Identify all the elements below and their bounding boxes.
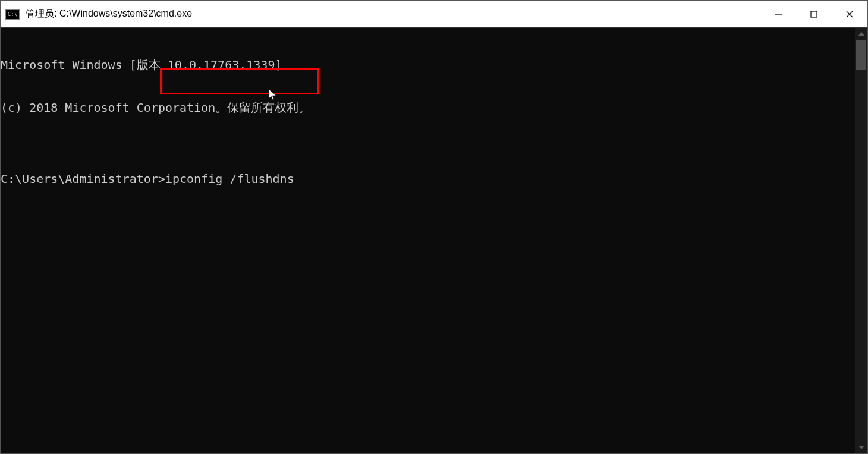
maximize-icon [810, 10, 818, 18]
scroll-down-button[interactable] [855, 442, 867, 453]
terminal-wrapper: Microsoft Windows [版本 10.0.17763.1339] (… [1, 28, 867, 453]
window-controls [760, 1, 867, 27]
window-title: 管理员: C:\Windows\system32\cmd.exe [26, 8, 760, 20]
cmd-icon-label: C:\ [8, 11, 17, 17]
terminal-prompt: C:\Users\Administrator> [1, 172, 165, 186]
minimize-icon [774, 10, 782, 18]
cmd-icon: C:\ [5, 9, 20, 20]
terminal-command[interactable]: ipconfig /flushdns [165, 172, 294, 186]
terminal-prompt-line: C:\Users\Administrator>ipconfig /flushdn… [1, 172, 855, 186]
terminal-line-copyright: (c) 2018 Microsoft Corporation。保留所有权利。 [1, 100, 855, 115]
mouse-cursor-icon [269, 89, 278, 101]
svg-rect-1 [811, 11, 817, 17]
chevron-up-icon [858, 32, 864, 36]
close-icon [845, 10, 854, 18]
terminal[interactable]: Microsoft Windows [版本 10.0.17763.1339] (… [1, 28, 855, 453]
command-highlight-annotation [160, 68, 319, 94]
titlebar[interactable]: C:\ 管理员: C:\Windows\system32\cmd.exe [1, 1, 867, 28]
maximize-button[interactable] [796, 1, 832, 27]
terminal-line-version: Microsoft Windows [版本 10.0.17763.1339] [1, 58, 855, 72]
scroll-track[interactable] [855, 40, 867, 442]
minimize-button[interactable] [760, 1, 796, 27]
scroll-up-button[interactable] [855, 28, 867, 40]
chevron-down-icon [858, 446, 864, 449]
scroll-thumb[interactable] [856, 40, 866, 70]
cmd-window: C:\ 管理员: C:\Windows\system32\cmd.exe [0, 0, 868, 454]
vertical-scrollbar[interactable] [855, 28, 867, 453]
close-button[interactable] [832, 1, 867, 27]
